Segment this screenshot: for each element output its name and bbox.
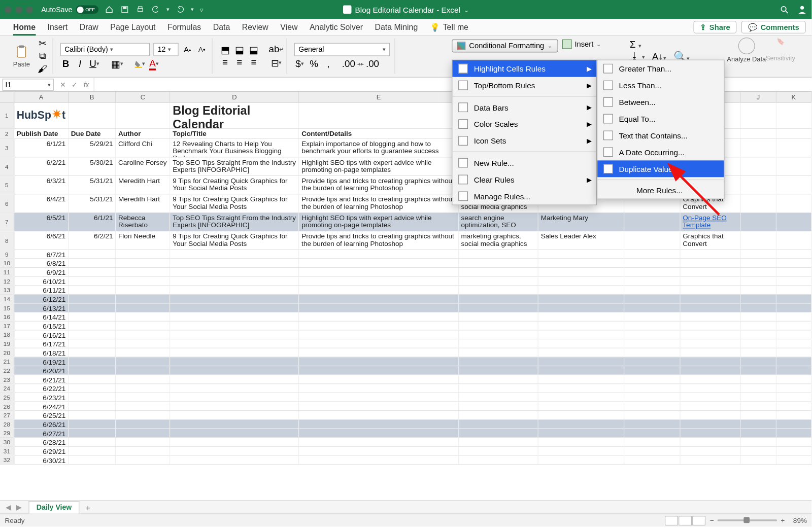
currency-icon[interactable]: $▾	[294, 58, 305, 69]
table-row[interactable]: 216/19/21	[0, 357, 811, 366]
share-button[interactable]: ⇪Share	[693, 21, 737, 33]
tab-data[interactable]: Data	[207, 20, 236, 35]
align-bottom-icon[interactable]: ⬓	[248, 44, 259, 55]
zoom-level[interactable]: 89%	[793, 517, 807, 524]
tab-data-mining[interactable]: Data Mining	[369, 20, 424, 35]
decrease-font-icon[interactable]: A▾	[196, 44, 207, 55]
undo-icon[interactable]	[151, 5, 161, 14]
table-row[interactable]: 286/26/21	[0, 420, 811, 429]
align-middle-icon[interactable]: ⬓	[234, 44, 245, 55]
font-name-field[interactable]: Calibri (Body)▾	[60, 43, 150, 56]
tab-view[interactable]: View	[275, 20, 304, 35]
tab-review[interactable]: Review	[236, 20, 275, 35]
merge-button[interactable]: ⊟▾	[271, 57, 282, 68]
submenu-text-contains[interactable]: Text that Contains...	[597, 127, 724, 144]
home-icon[interactable]	[105, 5, 114, 14]
decrease-decimal-icon[interactable]: ←.00	[362, 58, 373, 69]
account-icon[interactable]	[797, 5, 807, 14]
table-row[interactable]: 276/25/21	[0, 411, 811, 420]
align-top-icon[interactable]: ⬒	[220, 44, 230, 55]
col-header[interactable]: C	[116, 92, 170, 102]
table-row[interactable]: 156/13/21	[0, 304, 811, 313]
italic-button[interactable]: I	[75, 58, 85, 69]
qat-customize-icon[interactable]: ▿	[200, 6, 204, 13]
menu-highlight-cells-rules[interactable]: Highlight Cells Rules▶	[452, 60, 596, 77]
autosave-toggle[interactable]: AutoSave OFF	[41, 6, 98, 14]
table-row[interactable]: 116/9/21	[0, 268, 811, 277]
fx-icon[interactable]: fx	[84, 80, 89, 88]
select-all-corner[interactable]	[0, 92, 14, 102]
redo-icon[interactable]	[176, 5, 185, 14]
table-row[interactable]: 146/12/21	[0, 295, 811, 304]
insert-cells-button[interactable]: Insert⌄	[562, 40, 601, 49]
cancel-icon[interactable]: ✕	[60, 80, 66, 88]
zoom-in-icon[interactable]: +	[781, 517, 785, 524]
table-row[interactable]: 326/30/21	[0, 455, 811, 465]
table-row[interactable]: 186/16/21	[0, 331, 811, 340]
borders-button[interactable]: ▦▾	[112, 58, 122, 69]
chevron-down-icon[interactable]: ▾	[166, 7, 170, 13]
menu-color-scales[interactable]: Color Scales▶	[452, 116, 596, 132]
save-icon[interactable]	[120, 5, 129, 14]
table-row[interactable]: 106/8/21	[0, 259, 811, 268]
submenu-date-occurring[interactable]: A Date Occurring...	[597, 144, 724, 160]
cut-icon[interactable]: ✂	[37, 38, 48, 48]
increase-font-icon[interactable]: A▴	[182, 44, 193, 55]
name-box[interactable]: I1▾	[3, 79, 54, 91]
table-row[interactable]: 86/6/216/2/21Flori Needle9 Tips for Crea…	[0, 231, 811, 250]
submenu-greater-than[interactable]: Greater Than...	[597, 60, 724, 77]
bold-button[interactable]: B	[60, 58, 71, 69]
analyze-data-button[interactable]: Analyze Data	[727, 38, 766, 62]
view-switcher[interactable]	[665, 516, 705, 525]
align-left-icon[interactable]: ≡	[220, 57, 230, 68]
search-icon[interactable]	[780, 5, 789, 14]
table-row[interactable]: 176/15/21	[0, 322, 811, 331]
wrap-text-icon[interactable]: ab↵	[271, 44, 282, 55]
tab-insert[interactable]: Insert	[42, 20, 74, 35]
print-icon[interactable]	[136, 5, 145, 14]
enter-icon[interactable]: ✓	[72, 80, 78, 88]
zoom-out-icon[interactable]: −	[710, 517, 714, 524]
menu-data-bars[interactable]: Data Bars▶	[452, 99, 596, 116]
table-row[interactable]: 236/21/21	[0, 375, 811, 384]
font-color-button[interactable]: A▾	[149, 58, 159, 69]
tab-formulas[interactable]: Formulas	[161, 20, 207, 35]
table-row[interactable]: 316/29/21	[0, 447, 811, 456]
tab-page-layout[interactable]: Page Layout	[105, 20, 162, 35]
menu-clear-rules[interactable]: Clear Rules▶	[452, 171, 596, 188]
sheet-tab-daily-view[interactable]: Daily View	[28, 501, 79, 514]
menu-new-rule[interactable]: New Rule...	[452, 155, 596, 171]
col-header[interactable]: A	[14, 92, 69, 102]
underline-button[interactable]: U▾	[89, 58, 99, 69]
table-row[interactable]: 136/11/21	[0, 286, 811, 295]
copy-icon[interactable]: ⧉	[37, 51, 48, 61]
table-row[interactable]: 226/20/21	[0, 366, 811, 375]
fill-color-button[interactable]: ▾	[134, 58, 145, 69]
zoom-control[interactable]: − + 89%	[710, 517, 807, 524]
tell-me[interactable]: 💡Tell me	[424, 20, 475, 36]
tab-analytic-solver[interactable]: Analytic Solver	[303, 20, 369, 35]
percent-icon[interactable]: %	[309, 58, 319, 69]
chevron-down-icon[interactable]: ▾	[191, 7, 194, 13]
autosum-icon[interactable]: Σ ▾	[630, 40, 645, 50]
table-row[interactable]: 196/17/21	[0, 339, 811, 348]
submenu-less-than[interactable]: Less Than...	[597, 77, 724, 94]
menu-manage-rules[interactable]: Manage Rules...	[452, 188, 596, 204]
conditional-formatting-button[interactable]: Conditional Formatting ⌄	[452, 40, 558, 53]
align-center-icon[interactable]: ≡	[234, 57, 245, 68]
table-row[interactable]: 266/24/21	[0, 402, 811, 411]
table-row[interactable]: 306/28/21	[0, 438, 811, 447]
menu-icon-sets[interactable]: Icon Sets▶	[452, 132, 596, 149]
menu-top-bottom-rules[interactable]: Top/Bottom Rules▶	[452, 77, 596, 94]
format-painter-icon[interactable]: 🖌	[37, 64, 48, 75]
submenu-between[interactable]: Between...	[597, 94, 724, 111]
table-row[interactable]: 96/7/21	[0, 250, 811, 259]
tab-draw[interactable]: Draw	[74, 20, 105, 35]
submenu-equal-to[interactable]: Equal To...	[597, 111, 724, 127]
col-header[interactable]: D	[170, 92, 299, 102]
comments-button[interactable]: 💬Comments	[741, 21, 806, 33]
number-format-field[interactable]: General▾	[294, 43, 390, 56]
align-right-icon[interactable]: ≡	[248, 57, 259, 68]
comma-icon[interactable]: ,	[323, 58, 333, 69]
col-header[interactable]: J	[741, 92, 776, 102]
